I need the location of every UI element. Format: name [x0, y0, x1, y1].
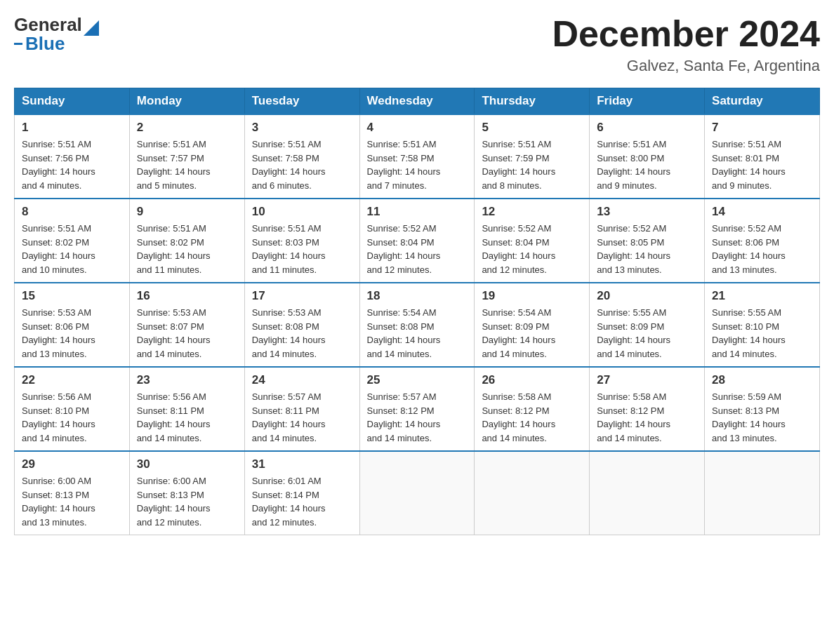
calendar-cell: 2Sunrise: 5:51 AMSunset: 7:57 PMDaylight… [129, 114, 244, 199]
day-number: 10 [252, 205, 352, 219]
calendar-week-row: 22Sunrise: 5:56 AMSunset: 8:10 PMDayligh… [15, 367, 820, 451]
day-info: Sunrise: 5:55 AMSunset: 8:09 PMDaylight:… [597, 306, 697, 361]
day-info: Sunrise: 6:00 AMSunset: 8:13 PMDaylight:… [137, 474, 237, 529]
day-number: 30 [137, 457, 237, 471]
calendar-week-row: 29Sunrise: 6:00 AMSunset: 8:13 PMDayligh… [15, 451, 820, 535]
calendar-cell [590, 451, 705, 535]
day-number: 22 [22, 373, 122, 387]
header-sunday: Sunday [15, 88, 130, 115]
calendar-cell: 27Sunrise: 5:58 AMSunset: 8:12 PMDayligh… [590, 367, 705, 451]
day-info: Sunrise: 5:54 AMSunset: 8:08 PMDaylight:… [367, 306, 468, 361]
calendar-cell: 22Sunrise: 5:56 AMSunset: 8:10 PMDayligh… [15, 367, 130, 451]
day-info: Sunrise: 5:51 AMSunset: 7:56 PMDaylight:… [22, 137, 122, 192]
day-info: Sunrise: 5:57 AMSunset: 8:11 PMDaylight:… [252, 390, 352, 445]
day-number: 6 [597, 121, 697, 135]
calendar-cell [475, 451, 590, 535]
day-number: 23 [137, 373, 237, 387]
day-info: Sunrise: 5:52 AMSunset: 8:04 PMDaylight:… [482, 222, 582, 276]
calendar-cell: 18Sunrise: 5:54 AMSunset: 8:08 PMDayligh… [359, 283, 475, 367]
day-number: 16 [137, 289, 237, 303]
day-info: Sunrise: 6:00 AMSunset: 8:13 PMDaylight:… [22, 474, 122, 529]
day-number: 4 [367, 121, 468, 135]
calendar-cell: 4Sunrise: 5:51 AMSunset: 7:58 PMDaylight… [359, 114, 475, 199]
day-info: Sunrise: 5:54 AMSunset: 8:09 PMDaylight:… [482, 306, 582, 361]
calendar-cell: 24Sunrise: 5:57 AMSunset: 8:11 PMDayligh… [244, 367, 359, 451]
day-number: 9 [137, 205, 237, 219]
calendar-cell: 29Sunrise: 6:00 AMSunset: 8:13 PMDayligh… [15, 451, 130, 535]
day-number: 7 [712, 121, 812, 135]
day-number: 28 [712, 373, 812, 387]
header-thursday: Thursday [475, 88, 590, 115]
day-number: 31 [252, 457, 352, 471]
calendar-cell: 31Sunrise: 6:01 AMSunset: 8:14 PMDayligh… [244, 451, 359, 535]
calendar-cell: 30Sunrise: 6:00 AMSunset: 8:13 PMDayligh… [129, 451, 244, 535]
day-number: 25 [367, 373, 468, 387]
logo-blue-text: Blue [25, 33, 65, 55]
day-info: Sunrise: 5:56 AMSunset: 8:10 PMDaylight:… [22, 390, 122, 445]
header-wednesday: Wednesday [359, 88, 475, 115]
day-info: Sunrise: 5:53 AMSunset: 8:08 PMDaylight:… [252, 306, 352, 361]
calendar-cell: 20Sunrise: 5:55 AMSunset: 8:09 PMDayligh… [590, 283, 705, 367]
day-number: 12 [482, 205, 582, 219]
calendar-week-row: 15Sunrise: 5:53 AMSunset: 8:06 PMDayligh… [15, 283, 820, 367]
day-info: Sunrise: 5:52 AMSunset: 8:04 PMDaylight:… [367, 222, 468, 276]
day-number: 24 [252, 373, 352, 387]
header-saturday: Saturday [705, 88, 820, 115]
day-number: 19 [482, 289, 582, 303]
calendar-cell: 9Sunrise: 5:51 AMSunset: 8:02 PMDaylight… [129, 199, 244, 283]
calendar-cell: 7Sunrise: 5:51 AMSunset: 8:01 PMDaylight… [705, 114, 820, 199]
day-number: 2 [137, 121, 237, 135]
month-title: December 2024 [552, 14, 820, 54]
calendar-week-row: 8Sunrise: 5:51 AMSunset: 8:02 PMDaylight… [15, 199, 820, 283]
calendar-cell: 15Sunrise: 5:53 AMSunset: 8:06 PMDayligh… [15, 283, 130, 367]
day-number: 26 [482, 373, 582, 387]
header-friday: Friday [590, 88, 705, 115]
day-info: Sunrise: 5:52 AMSunset: 8:06 PMDaylight:… [712, 222, 812, 276]
calendar-cell: 23Sunrise: 5:56 AMSunset: 8:11 PMDayligh… [129, 367, 244, 451]
calendar-cell: 12Sunrise: 5:52 AMSunset: 8:04 PMDayligh… [475, 199, 590, 283]
day-info: Sunrise: 5:51 AMSunset: 8:02 PMDaylight:… [137, 222, 237, 276]
logo: General Blue [14, 14, 99, 55]
calendar-cell: 13Sunrise: 5:52 AMSunset: 8:05 PMDayligh… [590, 199, 705, 283]
day-number: 8 [22, 205, 122, 219]
calendar-cell: 1Sunrise: 5:51 AMSunset: 7:56 PMDaylight… [15, 114, 130, 199]
calendar-cell: 10Sunrise: 5:51 AMSunset: 8:03 PMDayligh… [244, 199, 359, 283]
day-info: Sunrise: 5:51 AMSunset: 8:01 PMDaylight:… [712, 137, 812, 192]
header-monday: Monday [129, 88, 244, 115]
day-info: Sunrise: 5:51 AMSunset: 7:58 PMDaylight:… [367, 137, 468, 192]
day-info: Sunrise: 5:51 AMSunset: 8:00 PMDaylight:… [597, 137, 697, 192]
calendar-cell [359, 451, 475, 535]
day-number: 27 [597, 373, 697, 387]
day-number: 20 [597, 289, 697, 303]
calendar-cell: 16Sunrise: 5:53 AMSunset: 8:07 PMDayligh… [129, 283, 244, 367]
day-number: 21 [712, 289, 812, 303]
day-number: 3 [252, 121, 352, 135]
day-number: 11 [367, 205, 468, 219]
calendar-cell: 25Sunrise: 5:57 AMSunset: 8:12 PMDayligh… [359, 367, 475, 451]
calendar-cell [705, 451, 820, 535]
day-info: Sunrise: 5:51 AMSunset: 8:02 PMDaylight:… [22, 222, 122, 276]
calendar-cell: 8Sunrise: 5:51 AMSunset: 8:02 PMDaylight… [15, 199, 130, 283]
page-header: General Blue December 2024 Galvez, Santa… [14, 14, 820, 75]
day-number: 5 [482, 121, 582, 135]
day-info: Sunrise: 5:58 AMSunset: 8:12 PMDaylight:… [482, 390, 582, 445]
day-number: 1 [22, 121, 122, 135]
location-title: Galvez, Santa Fe, Argentina [552, 57, 820, 75]
day-number: 15 [22, 289, 122, 303]
calendar-cell: 19Sunrise: 5:54 AMSunset: 8:09 PMDayligh… [475, 283, 590, 367]
day-info: Sunrise: 5:56 AMSunset: 8:11 PMDaylight:… [137, 390, 237, 445]
calendar-cell: 6Sunrise: 5:51 AMSunset: 8:00 PMDaylight… [590, 114, 705, 199]
calendar-cell: 11Sunrise: 5:52 AMSunset: 8:04 PMDayligh… [359, 199, 475, 283]
calendar-cell: 3Sunrise: 5:51 AMSunset: 7:58 PMDaylight… [244, 114, 359, 199]
day-number: 17 [252, 289, 352, 303]
calendar-week-row: 1Sunrise: 5:51 AMSunset: 7:56 PMDaylight… [15, 114, 820, 199]
day-info: Sunrise: 5:51 AMSunset: 7:59 PMDaylight:… [482, 137, 582, 192]
day-info: Sunrise: 6:01 AMSunset: 8:14 PMDaylight:… [252, 474, 352, 529]
calendar-cell: 28Sunrise: 5:59 AMSunset: 8:13 PMDayligh… [705, 367, 820, 451]
calendar-header-row: SundayMondayTuesdayWednesdayThursdayFrid… [15, 88, 820, 115]
calendar-cell: 5Sunrise: 5:51 AMSunset: 7:59 PMDaylight… [475, 114, 590, 199]
day-info: Sunrise: 5:51 AMSunset: 7:58 PMDaylight:… [252, 137, 352, 192]
day-info: Sunrise: 5:55 AMSunset: 8:10 PMDaylight:… [712, 306, 812, 361]
header-tuesday: Tuesday [244, 88, 359, 115]
day-number: 13 [597, 205, 697, 219]
